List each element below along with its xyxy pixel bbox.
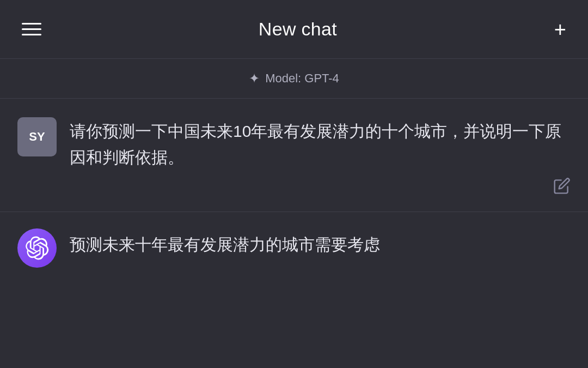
edit-message-button[interactable] — [553, 177, 571, 198]
menu-line-1 — [22, 23, 41, 25]
ai-message-block: 预测未来十年最有发展潜力的城市需要考虑 — [0, 212, 588, 279]
model-label: Model: GPT-4 — [265, 71, 339, 86]
ai-avatar — [17, 228, 57, 268]
model-bar[interactable]: ✦ Model: GPT-4 — [0, 59, 588, 99]
model-selector[interactable]: ✦ Model: GPT-4 — [249, 71, 339, 86]
user-message-text: 请你预测一下中国未来10年最有发展潜力的十个城市，并说明一下原因和判断依据。 — [70, 115, 571, 171]
ai-message-text: 预测未来十年最有发展潜力的城市需要考虑 — [70, 228, 571, 258]
user-message-row: SY 请你预测一下中国未来10年最有发展潜力的十个城市，并说明一下原因和判断依据… — [17, 115, 571, 171]
edit-icon-container — [17, 171, 571, 201]
page-title: New chat — [259, 19, 337, 40]
menu-line-2 — [22, 28, 41, 30]
menu-button[interactable] — [17, 19, 46, 40]
menu-line-3 — [22, 34, 41, 35]
sparkle-icon: ✦ — [249, 71, 260, 86]
user-avatar: SY — [17, 117, 57, 156]
header: New chat + — [0, 0, 588, 59]
new-chat-button[interactable]: + — [550, 15, 571, 44]
user-message-block: SY 请你预测一下中国未来10年最有发展潜力的十个城市，并说明一下原因和判断依据… — [0, 99, 588, 212]
